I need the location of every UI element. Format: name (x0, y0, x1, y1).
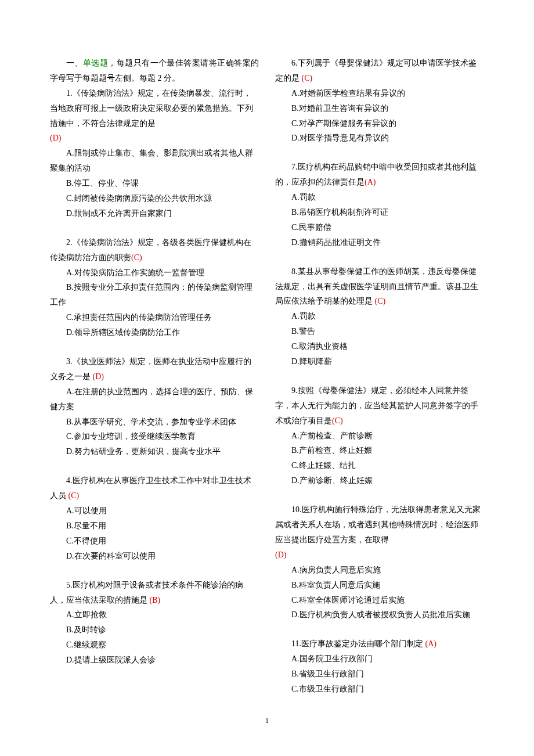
question-stem: 医疗事故鉴定办法由哪个部门制定 (301, 639, 423, 648)
answer-marker: (C) (66, 491, 79, 500)
question-number: 8. (291, 267, 298, 276)
question-block: 9.按照《母婴保健法》规定，必须经本人同意并签字，本人无行为能力的，应当经其监护… (275, 383, 484, 488)
intro-pre: 一、 (66, 59, 83, 67)
option: A.限制或停止集市、集会、影剧院演出或者其他人群聚集的活动 (50, 146, 259, 176)
option: A.对传染病防治工作实施统一监督管理 (50, 265, 259, 280)
answer-marker: (C) (131, 253, 142, 262)
answer-line: (D) (275, 548, 484, 563)
option: D.产前诊断、终止妊娠 (275, 473, 484, 488)
answer-marker: (B) (147, 596, 160, 604)
question-number: 5. (66, 581, 73, 589)
question-text: 6.下列属于《母婴保健法》规定可以申请医学技术鉴定的是 (C) (275, 56, 484, 86)
intro-highlight: 单选题 (83, 59, 108, 67)
answer-marker: (D) (275, 550, 286, 559)
question-block: 7.医疗机构在药品购销中暗中收受回扣或者其他利益的，应承担的法律责任是(A)A.… (275, 160, 484, 250)
option: D.限制或不允许离开自家家门 (50, 206, 259, 221)
option: A.立即抢救 (50, 607, 259, 622)
question-text: 5.医疗机构对限于设备或者技术条件不能诊治的病人，应当依法采取的措施是 (B) (50, 578, 259, 608)
option: A.病房负责人同意后实施 (275, 563, 484, 578)
option: C.终止妊娠、结扎 (275, 458, 484, 473)
question-block: 6.下列属于《母婴保健法》规定可以申请医学技术鉴定的是 (C)A.对婚前医学检查… (275, 56, 484, 146)
question-text: 1.《传染病防治法》规定，在传染病暴发、流行时，当地政府可报上一级政府决定采取必… (50, 86, 259, 131)
option: B.省级卫生行政部门 (275, 667, 484, 682)
answer-marker: (D) (91, 372, 104, 381)
option: B.从事医学研究、学术交流，参加专业学术团体 (50, 415, 259, 430)
question-text: 2.《传染病防治法》规定，各级各类医疗保健机构在传染病防治方面的职责(C) (50, 235, 259, 265)
option: A.可以使用 (50, 503, 259, 519)
question-number: 11. (291, 639, 301, 648)
option: B.及时转诊 (50, 622, 259, 638)
option: B.对婚前卫生咨询有异议的 (275, 101, 484, 116)
question-block: 5.医疗机构对限于设备或者技术条件不能诊治的病人，应当依法采取的措施是 (B)A… (50, 578, 259, 668)
question-stem: 医疗机构对限于设备或者技术条件不能诊治的病人，应当依法采取的措施是 (50, 581, 243, 604)
option: A.国务院卫生行政部门 (275, 651, 484, 667)
option: A.在注册的执业范围内，选择合理的医疗、预防、保健方案 (50, 384, 259, 415)
option: D.努力钻研业务，更新知识，提高专业水平 (50, 444, 259, 459)
question-stem: 按照《母婴保健法》规定，必须经本人同意并签字，本人无行为能力的，应当经其监护人同… (275, 386, 478, 425)
option: C.民事赔偿 (275, 220, 484, 235)
option: A.罚款 (275, 309, 484, 324)
question-stem: 《执业医师法》规定，医师在执业活动中应履行的义务之一是 (50, 357, 251, 381)
question-text: 4.医疗机构在从事医疗卫生技术工作中对非卫生技术人员 (C) (50, 473, 259, 503)
option: D.领导所辖区域传染病防治工作 (50, 325, 259, 340)
question-block: 2.《传染病防治法》规定，各级各类医疗保健机构在传染病防治方面的职责(C)A.对… (50, 235, 259, 340)
option: B.科室负责人同意后实施 (275, 578, 484, 593)
answer-line: (D) (50, 131, 259, 146)
option: D.对医学指导意见有异议的 (275, 131, 484, 146)
page-number: 1 (50, 714, 484, 727)
option: C.对孕产期保健服务有异议的 (275, 116, 484, 131)
option: B.警告 (275, 324, 484, 339)
question-block: 4.医疗机构在从事医疗卫生技术工作中对非卫生技术人员 (C)A.可以使用B.尽量… (50, 473, 259, 563)
intro-paragraph: 一、单选题，每题只有一个最佳答案请将正确答案的字母写于每题题号左侧。每题 2 分… (50, 56, 259, 86)
question-number: 3. (66, 357, 73, 366)
option: C.科室全体医师讨论通过后实施 (275, 593, 484, 608)
question-number: 7. (291, 163, 298, 171)
option: D.撤销药品批准证明文件 (275, 235, 484, 250)
option: D.在次要的科室可以使用 (50, 549, 259, 564)
answer-marker: (A) (423, 639, 436, 648)
question-stem: 医疗机构在从事医疗卫生技术工作中对非卫生技术人员 (50, 476, 251, 500)
option: B.吊销医疗机构制剂许可证 (275, 205, 484, 220)
question-stem: 医疗机构施行特殊治疗，无法取得患者意见又无家属或者关系人在场，或者遇到其他特殊情… (275, 505, 481, 544)
question-block: 11.医疗事故鉴定办法由哪个部门制定 (A)A.国务院卫生行政部门B.省级卫生行… (275, 636, 484, 697)
question-block: 8.某县从事母婴保健工作的医师胡某，违反母婴保健法规定，出具有关虚假医学证明而且… (275, 264, 484, 369)
question-block: 1.《传染病防治法》规定，在传染病暴发、流行时，当地政府可报上一级政府决定采取必… (50, 86, 259, 221)
option: C.封闭被传染病病原污染的公共饮用水源 (50, 191, 259, 206)
question-number: 1. (66, 89, 73, 98)
option: B.停工、停业、停课 (50, 176, 259, 191)
option: B.按照专业分工承担责任范围内：的传染病监测管理工作 (50, 280, 259, 310)
option: C.市级卫生行政部门 (275, 682, 484, 697)
question-number: 9. (291, 386, 298, 395)
question-stem: 《传染病防治法》规定，在传染病暴发、流行时，当地政府可报上一级政府决定采取必要的… (50, 89, 253, 128)
question-number: 4. (66, 476, 73, 485)
option: A.对婚前医学检查结果有异议的 (275, 86, 484, 101)
answer-marker: (C) (300, 74, 312, 82)
answer-marker: (C) (373, 297, 385, 305)
option: C.取消执业资格 (275, 339, 484, 354)
option: B.产前检查、终止妊娠 (275, 443, 484, 458)
question-number: 6. (291, 59, 298, 67)
option: D.医疗机构负责人或者被授权负责人员批准后实施 (275, 607, 484, 622)
answer-marker: (C) (332, 416, 343, 425)
option: A.产前检查、产前诊断 (275, 429, 484, 444)
answer-marker: (D) (50, 134, 61, 142)
option: A.罚款 (275, 190, 484, 205)
two-column-layout: 一、单选题，每题只有一个最佳答案请将正确答案的字母写于每题题号左侧。每题 2 分… (50, 56, 484, 697)
option: D.提请上级医院派人会诊 (50, 653, 259, 668)
question-text: 8.某县从事母婴保健工作的医师胡某，违反母婴保健法规定，出具有关虚假医学证明而且… (275, 264, 484, 309)
question-stem: 《传染病防治法》规定，各级各类医疗保健机构在传染病防治方面的职责 (50, 238, 251, 262)
question-text: 11.医疗事故鉴定办法由哪个部门制定 (A) (275, 636, 484, 651)
question-number: 10. (291, 505, 302, 514)
question-text: 7.医疗机构在药品购销中暗中收受回扣或者其他利益的，应承担的法律责任是(A) (275, 160, 484, 190)
option: C.承担责任范围内的传染病防治管理任务 (50, 310, 259, 325)
question-block: 10.医疗机构施行特殊治疗，无法取得患者意见又无家属或者关系人在场，或者遇到其他… (275, 502, 484, 622)
question-block: 3.《执业医师法》规定，医师在执业活动中应履行的义务之一是 (D)A.在注册的执… (50, 354, 259, 459)
question-text: 3.《执业医师法》规定，医师在执业活动中应履行的义务之一是 (D) (50, 354, 259, 384)
option: C.参加专业培训，接受继续医学教育 (50, 429, 259, 444)
answer-marker: (A) (365, 178, 376, 186)
option: C.不得使用 (50, 534, 259, 549)
option: D.降职降薪 (275, 354, 484, 369)
question-number: 2. (66, 238, 73, 247)
option: B.尽量不用 (50, 519, 259, 534)
question-text: 10.医疗机构施行特殊治疗，无法取得患者意见又无家属或者关系人在场，或者遇到其他… (275, 502, 484, 548)
